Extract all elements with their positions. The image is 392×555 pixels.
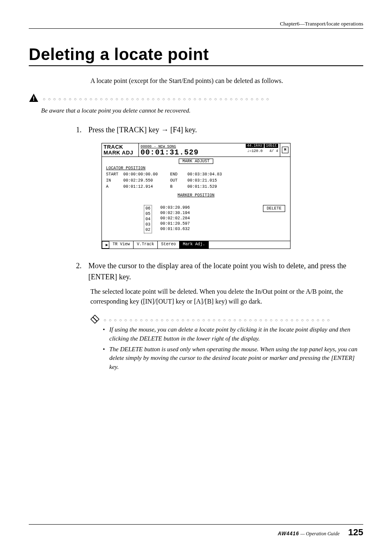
footer-page-number: 125 <box>348 527 363 537</box>
divider-dots: ○○○○○○○○○○○○○○○○○○○○○○○○○○○○○○○○○○○○○○○○… <box>104 318 332 322</box>
tip-icon <box>90 315 99 325</box>
locator-right-col: END 00:03:38:04.83 OUT 00:03:21.015 B 00… <box>170 171 222 190</box>
warning-text: Be aware that a locate point you delete … <box>41 106 363 115</box>
intro-paragraph: A locate point (except for the Start/End… <box>90 76 363 86</box>
screen-mode-label: TRACK MARK ADJ <box>102 143 139 157</box>
delete-button[interactable]: DELETE <box>263 205 285 212</box>
step-2-number: 2. <box>76 260 88 272</box>
tab-stereo[interactable]: Stereo <box>158 241 180 249</box>
warning-icon: ! <box>29 93 39 105</box>
marker-area: 06 05 04 03 02 00:03:20.996 00:02:30.194… <box>107 205 285 233</box>
step-2: 2.Move the cursor to the display area of… <box>76 260 363 283</box>
marker-numbers[interactable]: 06 05 04 03 02 <box>144 205 152 233</box>
tempo: ♩=120.0 <box>247 149 263 153</box>
warning-block: ! ○○○○○○○○○○○○○○○○○○○○○○○○○○○○○○○○○○○○○○… <box>29 93 363 115</box>
lcd-screenshot: TRACK MARK ADJ 00000 - NEW SONG 44.1kHz1… <box>101 143 291 249</box>
step-1: 1.Press the [TRACK] key → [F4] key. <box>76 124 363 136</box>
divider-dots: ○○○○○○○○○○○○○○○○○○○○○○○○○○○○○○○○○○○○○○○○… <box>43 96 271 103</box>
step-1-number: 1. <box>76 124 88 136</box>
marker-position-label: MARKER POSITION <box>102 193 290 198</box>
page-footer: AW4416 — Operation Guide 125 <box>29 524 363 538</box>
footer-model: AW4416 <box>278 531 299 537</box>
tab-v-track[interactable]: V.Track <box>134 241 158 249</box>
locator-position-label: LOCATOR POSITION <box>106 166 286 170</box>
step-1-text: Press the [TRACK] key → [F4] key. <box>88 124 359 136</box>
tip-list: If using the mouse, you can delete a loc… <box>103 325 363 372</box>
step-2-desc: The selected locate point will be delete… <box>90 287 363 306</box>
tip-block: ○○○○○○○○○○○○○○○○○○○○○○○○○○○○○○○○○○○○○○○○… <box>90 315 363 372</box>
song-name: 00000 - NEW SONG <box>141 145 176 149</box>
screen-tabs: ▶ TR View V.Track Stereo Mark Adj. <box>102 241 290 249</box>
play-icon[interactable]: ▶ <box>102 241 109 249</box>
svg-line-3 <box>93 317 97 321</box>
mark-adjust-chip: MARK ADJUST <box>102 159 290 164</box>
tip-2: The DELETE button is used only when oper… <box>103 345 363 372</box>
time-signature: 4/ 4 <box>269 149 278 153</box>
bit-depth-badge: 16bit <box>265 144 278 148</box>
sample-rate-badge: 44.1kHz <box>246 144 264 148</box>
m-icon: M <box>282 147 288 153</box>
marker-times: 00:03:20.996 00:02:30.194 00:02:02.284 0… <box>160 205 190 232</box>
tab-mark-adj[interactable]: Mark Adj. <box>180 241 209 249</box>
svg-text:!: ! <box>33 95 35 102</box>
footer-guide: — Operation Guide <box>299 531 339 537</box>
tip-1: If using the mouse, you can delete a loc… <box>103 325 363 343</box>
page-title: Deleting a locate point <box>29 45 363 66</box>
screen-titlebar: TRACK MARK ADJ 00000 - NEW SONG 44.1kHz1… <box>102 143 290 157</box>
locator-left-col: START 00:00:00:00.00 IN 00:02:29.550 A 0… <box>106 171 158 190</box>
tab-tr-view[interactable]: TR View <box>109 241 134 249</box>
locator-table: START 00:00:00:00.00 IN 00:02:29.550 A 0… <box>106 171 286 190</box>
screen-header-mid: 00000 - NEW SONG 44.1kHz16bit 00:01:31.5… <box>139 143 280 157</box>
timecode: 00:01:31.529 <box>141 149 199 156</box>
chapter-header: Chapter6—Transport/locate operations <box>29 21 363 29</box>
m-badge-cell: M <box>280 143 290 157</box>
step-2-text: Move the cursor to the display area of t… <box>88 260 359 283</box>
